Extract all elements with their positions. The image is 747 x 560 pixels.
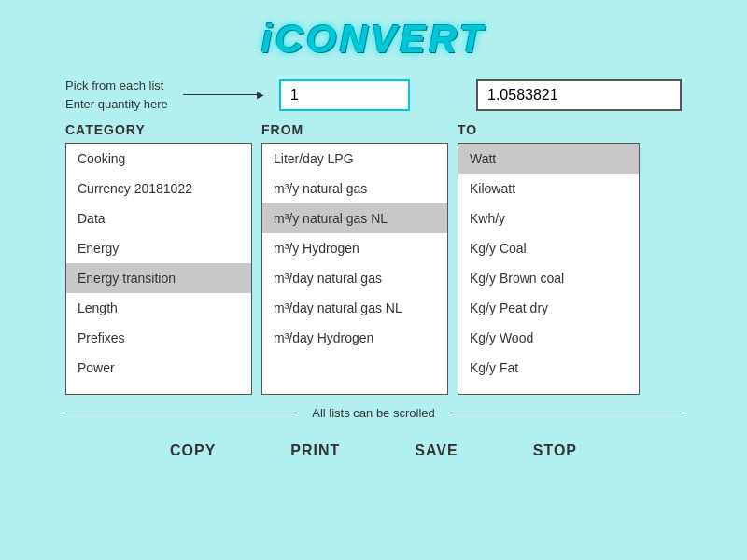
list-item[interactable]: m³/y natural gas (262, 174, 447, 203)
list-item[interactable]: m³/day Hydrogen (262, 323, 447, 353)
print-button[interactable]: PRINT (281, 437, 349, 465)
list-item[interactable]: Kg/y Peat dry (458, 293, 639, 323)
footer-line-left (65, 413, 297, 413)
footer-notice: All lists can be scrolled (0, 399, 747, 427)
list-item[interactable]: Kilowatt (458, 174, 639, 203)
list-item[interactable]: Kg/y Brown coal (458, 263, 639, 293)
list-item[interactable]: Energy transition (66, 263, 251, 293)
list-item[interactable]: Kg/y Coal (458, 233, 639, 263)
input-area: Pick from each list Enter quantity here (0, 77, 747, 113)
stop-button[interactable]: STOP (524, 437, 586, 465)
list-item[interactable]: Kg/y Wood (458, 323, 639, 353)
to-header: TO (458, 122, 477, 137)
arrow-line (183, 90, 264, 100)
list-item[interactable]: m³/y Hydrogen (262, 233, 447, 263)
quantity-input[interactable] (279, 79, 410, 111)
copy-button[interactable]: COPY (161, 437, 225, 465)
quantity-label: Enter quantity here (65, 95, 168, 114)
list-item[interactable]: Energy (66, 233, 251, 263)
list-item[interactable]: Data (66, 203, 251, 233)
list-item[interactable]: Prefixes (66, 323, 251, 353)
category-header: CATEGORY (65, 122, 252, 137)
list-item[interactable]: Currency 20181022 (66, 174, 251, 203)
list-item[interactable]: Watt (458, 144, 639, 174)
list-item[interactable]: Power (66, 353, 251, 383)
save-button[interactable]: SAVE (405, 437, 467, 465)
pick-label: Pick from each list (65, 77, 168, 95)
list-item[interactable]: Kg/y Fat (458, 353, 639, 383)
result-input[interactable] (476, 79, 682, 111)
lists-area: CookingCurrency 20181022DataEnergyEnergy… (0, 143, 747, 395)
list-item[interactable]: m³/y natural gas NL (262, 203, 447, 233)
list-item[interactable]: Liter/day LPG (262, 144, 447, 174)
column-headers: CATEGORY FROM TO (0, 113, 747, 143)
from-list[interactable]: Liter/day LPGm³/y natural gasm³/y natura… (261, 143, 448, 395)
footer-line-right (450, 413, 682, 413)
from-header: FROM (261, 122, 448, 137)
list-item[interactable]: Cooking (66, 144, 251, 174)
list-item[interactable]: Kwh/y (458, 203, 639, 233)
app-title: iCONVERT (0, 0, 747, 71)
scroll-notice: All lists can be scrolled (312, 406, 435, 420)
list-item[interactable]: Length (66, 293, 251, 323)
list-item[interactable]: m³/day natural gas NL (262, 293, 447, 323)
to-list[interactable]: WattKilowattKwh/yKg/y CoalKg/y Brown coa… (458, 143, 640, 395)
list-item[interactable]: m³/day natural gas (262, 263, 447, 293)
bottom-buttons: COPY PRINT SAVE STOP (0, 437, 747, 465)
input-labels: Pick from each list Enter quantity here (65, 77, 168, 113)
category-list[interactable]: CookingCurrency 20181022DataEnergyEnergy… (65, 143, 252, 395)
